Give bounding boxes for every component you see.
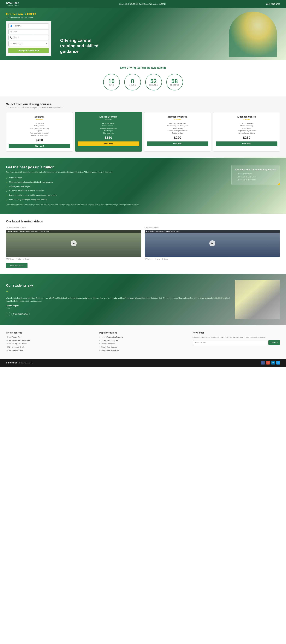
email-input[interactable]	[13, 31, 47, 33]
header-phone: (800) 2345 6789	[266, 3, 280, 5]
check-icon: ✓	[6, 190, 8, 192]
popular-course-link[interactable]: ›Driving Test Complete	[99, 340, 187, 342]
lesson-type-input[interactable]	[13, 42, 46, 45]
course-start-button[interactable]: Start now!	[8, 144, 70, 148]
arrow-icon: ›	[6, 343, 6, 344]
user-icon: 👤	[10, 25, 12, 27]
email-field[interactable]: ✉	[8, 29, 49, 34]
book-now-button[interactable]: Book your lesson now!	[8, 48, 49, 53]
logo-sub: LA driving school	[6, 5, 19, 6]
linkedin-social-icon[interactable]: in	[271, 361, 275, 364]
newsletter-title: Newsletter	[193, 332, 280, 334]
footer-resources-section: Free resources ›Free Theory Test›Free Ha…	[0, 326, 286, 359]
quote-icon: ❝	[6, 290, 230, 295]
footer-logo-area: Safe Road © All rights reserved.	[6, 361, 33, 364]
hero-visual: Offering careful training and skilled gu…	[57, 8, 286, 60]
hero-person-image	[229, 12, 277, 57]
hero-form-panel: First lesson is FREE! subscribe to book …	[0, 8, 57, 60]
fullname-input[interactable]	[14, 25, 47, 27]
google-plus-social-icon[interactable]: G+	[266, 361, 270, 364]
hero-title: First lesson is FREE!	[6, 12, 51, 16]
hero-subtitle: subscribe to book your first lesson:	[6, 16, 51, 19]
newsletter-email-input[interactable]	[193, 340, 267, 345]
hero-section: First lesson is FREE! subscribe to book …	[0, 8, 286, 60]
share-button-1[interactable]: ⤴ Share	[162, 258, 168, 260]
like-button-1[interactable]: ♡ Like	[155, 258, 160, 260]
tuition-item: ✓Does not smoke or use a mobile phone du…	[6, 194, 225, 197]
video-thumbnail-1[interactable]: First Driving Lesson with Accredited Dri…	[145, 230, 280, 257]
hero-tagline: Offering careful training and skilled gu…	[60, 38, 99, 54]
discount-title: 10% discount for any driving course:	[235, 168, 277, 171]
check-icon: ✓	[6, 177, 8, 179]
view-more-videos-button[interactable]: View more videos	[6, 263, 27, 268]
share-button-0[interactable]: ⤴ Share	[23, 258, 29, 260]
tuition-note: Our instructors believe that the more yo…	[6, 204, 225, 206]
countdown-circle-seconds: 58SECONDS	[166, 74, 183, 90]
testimonial-nav: ‹ Next testimonial	[6, 312, 230, 316]
popular-course-link[interactable]: ›Hazard Perception Test	[99, 349, 187, 352]
discount-box: 10% discount for any driving course: — D…	[231, 165, 280, 185]
twitter-icon[interactable]: t	[11, 308, 11, 310]
check-icon: ✓	[6, 199, 8, 201]
arrow-icon: ›	[6, 350, 6, 351]
next-testimonial-button[interactable]: Next testimonial	[11, 312, 30, 316]
play-button-0[interactable]: ▶	[71, 240, 77, 246]
countdown-section: Next driving test will be available in 1…	[0, 60, 286, 96]
courses-section: Select from our driving courses Learn ho…	[0, 96, 286, 158]
discount-items: — Driving Theory Test— Driving Skills DV…	[235, 173, 277, 181]
testimonial-section: Our students say ❝ When I started my les…	[0, 274, 286, 326]
course-card-extended-course: Extended Course 2 weeks Dual carriageway…	[213, 112, 280, 152]
course-start-button[interactable]: Start now!	[216, 142, 278, 146]
phone-field[interactable]: 📞	[8, 35, 49, 40]
free-resource-link[interactable]: ›Free Hazard Perception Test	[6, 340, 93, 342]
facebook-icon[interactable]: f	[6, 308, 6, 310]
phone-input[interactable]	[14, 36, 47, 39]
footer-logo-name: Safe Road	[6, 361, 17, 364]
google-plus-icon[interactable]: G+	[8, 308, 10, 310]
play-button-1[interactable]: ▶	[209, 240, 215, 246]
arrow-icon: ›	[6, 346, 6, 348]
countdown-circle-hours: 8HOURS	[124, 74, 141, 90]
footer-copyright: © All rights reserved.	[19, 362, 33, 364]
popular-course-link[interactable]: ›Hazard Perception Express	[99, 336, 187, 338]
free-resource-link[interactable]: ›Free Theory Test	[6, 336, 93, 338]
video-thumbnail-0[interactable]: Driving Lessons – Reversing around a Cor…	[6, 230, 141, 257]
tuition-items-list: ✓Is fully qualified✓Uses a driver develo…	[6, 177, 225, 201]
discount-item: — Driving Skills DVD video	[235, 176, 277, 178]
chevron-down-icon: ▾	[46, 42, 47, 45]
fullname-field[interactable]: 👤	[8, 24, 49, 28]
popular-course-link[interactable]: ›Theory Complete	[99, 343, 187, 345]
like-button-0[interactable]: ♡ Like	[16, 258, 21, 260]
tuition-item: ✓Adapts your tuition for you	[6, 186, 225, 188]
countdown-circles: 10DAYS8HOURS52MINUTES58SECONDS	[3, 74, 283, 90]
courses-grid: Beginner 8 weeks Cockpit drillsSafety ch…	[6, 112, 280, 152]
videos-section: Our latest learning videos Reversing aro…	[0, 214, 286, 274]
prev-testimonial-button[interactable]: ‹	[6, 312, 10, 316]
countdown-circle-days: 10DAYS	[103, 74, 120, 90]
twitter-social-icon[interactable]: t	[276, 361, 280, 364]
free-resource-link[interactable]: ›Free Driving Test Videos	[6, 343, 93, 345]
facebook-social-icon[interactable]: f	[261, 361, 265, 364]
testimonial-social: f G+ t	[6, 308, 230, 310]
testimonial-person-image	[235, 280, 280, 319]
lesson-type-field[interactable]: ＋ ▾	[8, 41, 49, 46]
testimonial-title: Our students say	[6, 284, 230, 288]
free-resource-link[interactable]: ›Free Highway Code	[6, 349, 93, 352]
header-address: USA, LOS ANGELES 901 East E Street, Wilm…	[119, 3, 166, 5]
course-card-beginner: Beginner 8 weeks Cockpit drillsSafety ch…	[6, 112, 73, 152]
free-resource-link[interactable]: ›Driving Lesson Briefs	[6, 346, 93, 348]
newsletter-subscribe-button[interactable]: Subscribe	[269, 340, 280, 345]
popular-courses-links: ›Hazard Perception Express›Driving Test …	[99, 336, 187, 352]
check-icon: ✓	[6, 186, 8, 188]
check-icon: ✓	[6, 194, 8, 197]
course-start-button[interactable]: Start now!	[78, 142, 139, 146]
arrow-icon: ›	[99, 346, 100, 348]
popular-course-link[interactable]: ›Theory Test Express	[99, 346, 187, 348]
discount-ribbon: THIS MONTH'S OFFER	[264, 181, 280, 185]
free-resources-title: Free resources	[6, 332, 93, 334]
footer-bottom: Safe Road © All rights reserved. f G+ in…	[0, 359, 286, 366]
course-start-button[interactable]: Start now!	[147, 142, 208, 146]
site-header: Safe Road LA driving school USA, LOS ANG…	[0, 0, 286, 8]
footer-social-links: f G+ in t	[261, 361, 280, 364]
free-resources-links: ›Free Theory Test›Free Hazard Perception…	[6, 336, 93, 352]
